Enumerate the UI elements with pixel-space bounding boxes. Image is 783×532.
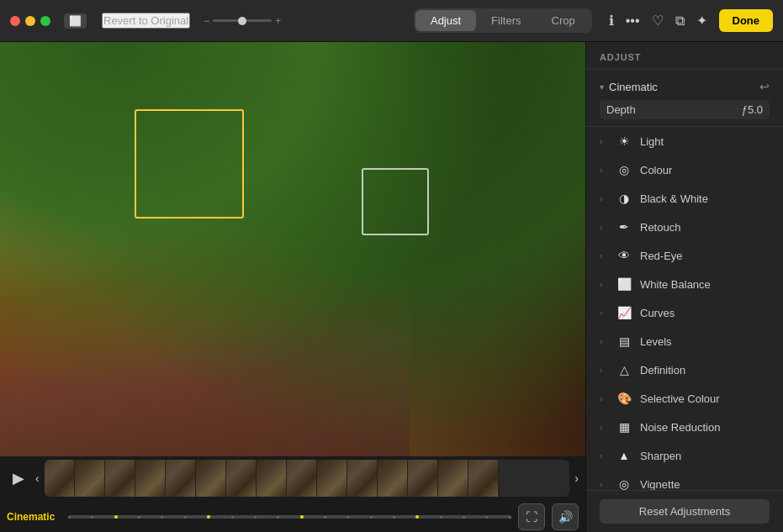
face-box-primary xyxy=(135,109,244,219)
timeline-dot xyxy=(184,516,187,519)
adjustment-definition[interactable]: › △ Definition xyxy=(586,356,783,384)
reset-adjustments-button[interactable]: Reset Adjustments xyxy=(600,499,770,524)
timeline-dot xyxy=(277,516,279,519)
adjustment-vignette[interactable]: › ◎ Vignette xyxy=(586,470,783,490)
adjustment-retouch[interactable]: › ✒ Retouch xyxy=(586,213,783,241)
timeline-dot xyxy=(440,516,442,519)
depth-row: Depth ƒ5.0 xyxy=(600,100,770,119)
adjustment-levels[interactable]: › ▤ Levels xyxy=(586,327,783,356)
adj-chevron-icon: › xyxy=(600,423,608,432)
photo-background xyxy=(0,42,585,456)
audio-button[interactable]: 🔊 xyxy=(552,503,579,530)
timeline-dot xyxy=(68,516,71,519)
adjustment-light[interactable]: › ☀ Light xyxy=(586,127,783,155)
tab-adjust[interactable]: Adjust xyxy=(415,10,476,31)
adj-chevron-icon: › xyxy=(600,251,608,261)
play-button[interactable]: ▶ xyxy=(7,466,30,490)
zoom-slider-thumb xyxy=(238,17,246,25)
adj-chevron-icon: › xyxy=(600,194,608,203)
filmstrip-frame xyxy=(45,460,75,497)
timeline-controls: ▶ ‹ xyxy=(0,456,585,500)
revert-button[interactable]: Revert to Original xyxy=(102,13,190,29)
adjustment-black-white[interactable]: › ◑ Black & White xyxy=(586,184,783,213)
adj-label-retouch: Retouch xyxy=(640,221,770,234)
magic-icon[interactable]: ✦ xyxy=(696,13,707,29)
maximize-button[interactable] xyxy=(40,16,50,26)
next-frame-button[interactable]: › xyxy=(574,471,579,485)
adj-label-vignette: Vignette xyxy=(640,478,770,491)
adjustment-white-balance[interactable]: › ⬜ White Balance xyxy=(586,270,783,298)
duplicate-icon[interactable]: ⧉ xyxy=(675,13,685,29)
filmstrip-inner xyxy=(45,460,570,497)
cinematic-header: ▾ Cinematic ↩ xyxy=(600,80,770,93)
zoom-plus-icon: + xyxy=(275,15,281,27)
black-white-icon: ◑ xyxy=(616,192,632,205)
titlebar: ⬜ Revert to Original − + Adjust Filters … xyxy=(0,0,783,42)
timeline-dot-highlight xyxy=(415,515,419,519)
cinematic-timeline-label: Cinematic xyxy=(7,511,61,523)
main-content: ▶ ‹ xyxy=(0,42,783,532)
adj-chevron-icon: › xyxy=(600,480,608,489)
video-frame xyxy=(0,42,585,456)
toolbar-icons: ℹ ••• ♡ ⧉ ✦ xyxy=(609,13,707,29)
adjustment-red-eye[interactable]: › 👁 Red-Eye xyxy=(586,241,783,270)
timeline-dot xyxy=(485,516,488,519)
close-button[interactable] xyxy=(10,16,20,26)
tab-filters[interactable]: Filters xyxy=(476,10,536,31)
info-icon[interactable]: ℹ xyxy=(609,13,614,29)
filmstrip-frame xyxy=(135,460,166,497)
fullscreen-button[interactable]: ⛶ xyxy=(518,503,545,530)
fullscreen-icon: ⛶ xyxy=(526,510,537,524)
timeline-dot-highlight xyxy=(207,515,210,519)
done-button[interactable]: Done xyxy=(719,9,774,32)
adjustment-noise-reduction[interactable]: › ▦ Noise Reduction xyxy=(586,413,783,441)
heart-icon[interactable]: ♡ xyxy=(652,13,664,29)
filmstrip-frame xyxy=(105,460,135,497)
white-balance-icon: ⬜ xyxy=(616,277,632,291)
more-icon[interactable]: ••• xyxy=(626,13,640,29)
minimize-button[interactable] xyxy=(25,16,35,26)
filmstrip-frame xyxy=(75,460,105,497)
red-eye-icon: 👁 xyxy=(616,249,632,262)
timeline-track[interactable] xyxy=(68,515,511,519)
audio-icon: 🔊 xyxy=(558,510,573,524)
prev-frame-button[interactable]: ‹ xyxy=(35,471,40,485)
timeline-dot xyxy=(509,516,511,519)
zoom-control: − + xyxy=(204,15,281,27)
adj-label-levels: Levels xyxy=(640,335,770,348)
filmstrip-frame xyxy=(226,460,257,497)
filmstrip-frame xyxy=(287,460,317,497)
adj-chevron-icon: › xyxy=(600,337,608,346)
sidebar-toggle-button[interactable]: ⬜ xyxy=(64,13,87,29)
adj-label-light: Light xyxy=(640,135,770,148)
cinematic-undo-icon[interactable]: ↩ xyxy=(759,80,770,93)
zoom-slider[interactable] xyxy=(213,19,272,22)
adj-chevron-icon: › xyxy=(600,223,608,232)
adjustment-selective-colour[interactable]: › 🎨 Selective Colour xyxy=(586,384,783,413)
zoom-minus-icon: − xyxy=(204,15,209,27)
tab-group: Adjust Filters Crop xyxy=(414,8,592,33)
selective-colour-icon: 🎨 xyxy=(616,392,632,405)
depth-label: Depth xyxy=(606,103,636,116)
filmstrip-frame xyxy=(378,460,408,497)
filmstrip[interactable] xyxy=(45,460,570,497)
filmstrip-frame xyxy=(166,460,196,497)
timeline-dots xyxy=(68,515,511,519)
adj-label-colour: Colour xyxy=(640,164,770,176)
adj-chevron-icon: › xyxy=(600,394,608,403)
levels-icon: ▤ xyxy=(616,334,632,348)
cinematic-name-label: Cinematic xyxy=(609,81,658,93)
adj-chevron-icon: › xyxy=(600,451,608,461)
tab-crop[interactable]: Crop xyxy=(537,10,590,31)
timeline-dot xyxy=(370,516,373,519)
adj-chevron-icon: › xyxy=(600,280,608,289)
adjustment-sharpen[interactable]: › ▲ Sharpen xyxy=(586,441,783,470)
noise-reduction-icon: ▦ xyxy=(616,420,632,434)
timeline-dot-highlight xyxy=(114,515,118,519)
adj-label-white-balance: White Balance xyxy=(640,278,770,291)
filmstrip-frame xyxy=(257,460,287,497)
filmstrip-frame xyxy=(196,460,226,497)
adjustment-colour[interactable]: › ◎ Colour xyxy=(586,155,783,184)
timeline-dot xyxy=(324,516,326,519)
adjustment-curves[interactable]: › 📈 Curves xyxy=(586,298,783,327)
